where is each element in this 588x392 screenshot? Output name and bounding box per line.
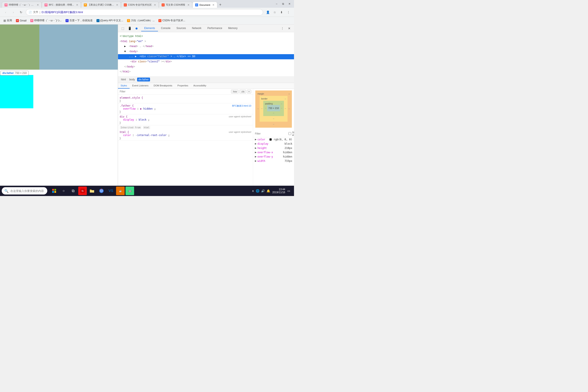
tab-performance[interactable]: Performance (204, 25, 225, 32)
tab-close-csdn1[interactable]: ✕ (154, 4, 156, 6)
tab-network[interactable]: Network (189, 25, 204, 32)
sub-tab-properties[interactable]: Properties (175, 83, 191, 88)
dom-line-html-close[interactable]: </html> (118, 70, 294, 74)
cortana-icon[interactable]: ○ (59, 186, 68, 195)
css-prop-display[interactable]: display : block ; (120, 118, 251, 121)
bookmark-bilibili[interactable]: 哔 哔哩哔哩（`・ω・´)つ... (28, 18, 63, 23)
tab-console[interactable]: Console (158, 25, 174, 32)
add-rule-btn[interactable]: + (247, 90, 251, 94)
tab-memory[interactable]: Memory (225, 25, 240, 32)
devtools-more-icon[interactable]: ⋮ (280, 25, 286, 32)
breadcrumb-html[interactable]: html (120, 78, 127, 82)
sub-tab-event-listeners[interactable]: Event Listeners (130, 83, 151, 88)
menu-icon[interactable]: ⋮ (286, 9, 292, 15)
bookmark-gmail[interactable]: M Gmail (14, 18, 28, 23)
body-triangle[interactable]: ▼ (124, 50, 127, 54)
tray-network-icon[interactable]: 🌐 (255, 189, 260, 193)
father-triangle[interactable]: ▶ (135, 54, 138, 59)
tab-bfc[interactable]: 哔 BFC - 搜索结果 - 哔哩... ✕ (42, 2, 81, 8)
tab-close-csdn2[interactable]: ✕ (188, 4, 190, 6)
bookmark-jquery[interactable]: J jQuery API 中文文... (95, 18, 125, 23)
tab-sources[interactable]: Sources (174, 25, 189, 32)
star-icon[interactable]: ☆ (272, 9, 278, 15)
computed-color[interactable]: ▶ color rgb(0, 0, 0) (253, 137, 294, 142)
css-prop-color[interactable]: color : -internal-root-color ; (120, 134, 251, 137)
sub-tab-accessibility[interactable]: Accessibility (191, 83, 209, 88)
computed-filter-input[interactable] (255, 132, 287, 135)
computed-overflow-x[interactable]: ▶ overflow-x hidden (253, 150, 294, 154)
tab-close-guodong[interactable]: ✕ (116, 4, 118, 6)
url-bar[interactable]: 📄 文件 | D:/前端/BFC|问题/BFC触发3.html (26, 9, 263, 16)
taskbar-app-icon1[interactable]: N (78, 186, 87, 195)
color-expand-icon[interactable]: ▶ (255, 138, 256, 140)
dom-line-class2[interactable]: <div class="class2" ></div> (118, 59, 294, 64)
tray-volume-icon[interactable]: 🔊 (261, 189, 265, 193)
inspect-icon[interactable]: ⬚ (120, 25, 126, 32)
back-button[interactable]: ‹ (2, 9, 8, 15)
forward-button[interactable]: › (10, 9, 16, 15)
taskbar-clock[interactable]: 13:44 2019/11/16 (272, 188, 285, 194)
record-icon[interactable]: ⏺ (134, 25, 140, 32)
windows-icon[interactable] (50, 186, 58, 195)
computed-height[interactable]: ▶ height 210px (253, 146, 294, 150)
overflow-x-expand-icon[interactable]: ▶ (255, 151, 256, 154)
devtools-close-icon[interactable]: ✕ (286, 25, 292, 32)
taskbar-search-input[interactable] (10, 189, 45, 192)
computed-overflow-y[interactable]: ▶ overflow-y hidden (253, 154, 294, 159)
taskbar-android-icon[interactable]: 🤖 (126, 186, 134, 195)
cls-filter-btn[interactable]: .cls (240, 90, 246, 94)
styles-filter-input[interactable] (120, 90, 230, 93)
tab-csdn1[interactable]: C CSDN-专业IT技术社区 ✕ (121, 2, 159, 8)
bookmark-baidu[interactable]: 百 百度一下，你就知道 (64, 18, 94, 23)
sub-tab-dom-breakpoints[interactable]: DOM Breakpoints (151, 83, 175, 88)
tab-close-document[interactable]: ✕ (212, 4, 214, 6)
device-icon[interactable]: 📱 (126, 25, 132, 32)
height-expand-icon[interactable]: ▶ (255, 147, 256, 149)
minimize-button[interactable]: – (274, 1, 280, 7)
css-prop-overflow[interactable]: overflow : ▶ hidden ; (120, 107, 251, 110)
display-expand-icon[interactable]: ▶ (255, 142, 256, 145)
width-expand-icon[interactable]: ▶ (255, 160, 256, 162)
show-all-checkbox[interactable]: Show all (288, 131, 294, 136)
bookmark-csdn[interactable]: C CSDN-专业IT技术... (157, 18, 187, 23)
new-tab-button[interactable]: + (217, 2, 223, 8)
bookmark-leetcode[interactable]: 力 力扣（LeetCode）... (125, 18, 156, 23)
head-triangle[interactable]: ▶ (124, 44, 127, 49)
sub-tab-styles[interactable]: Styles (118, 83, 130, 88)
taskview-icon[interactable]: ⧉ (69, 186, 77, 195)
dom-line-father[interactable]: ... ▶ <div class="father" > … </div> == … (118, 54, 294, 59)
dom-line-body-close[interactable]: </body> (118, 64, 294, 70)
profile-icon[interactable]: 👤 (265, 9, 271, 15)
close-button[interactable]: ✕ (287, 1, 292, 7)
tab-close-bilibili[interactable]: ✕ (37, 4, 39, 6)
tab-csdn2[interactable]: C 写文章-CSDN博客 ✕ (159, 2, 192, 8)
dom-line-doctype[interactable]: <!doctype html> (118, 34, 294, 39)
tab-close-bfc[interactable]: ✕ (76, 4, 78, 6)
taskbar-folder-icon[interactable] (88, 186, 96, 195)
taskbar-vscode-icon[interactable]: VS (106, 186, 115, 195)
show-all-check-input[interactable] (288, 132, 291, 135)
hov-filter-btn[interactable]: :hov (231, 90, 238, 94)
show-desktop-icon[interactable]: ▭ (287, 189, 290, 193)
taskbar-search[interactable]: 🔍 (2, 187, 47, 194)
dom-line-head[interactable]: ▶ <head> … </head> (118, 44, 294, 49)
tab-elements[interactable]: Elements (141, 25, 158, 32)
breadcrumb-divfather[interactable]: div.father (137, 78, 150, 82)
father-source[interactable]: BFC触发3.html:10 (232, 104, 251, 108)
tray-notification-icon[interactable]: 🔔 (266, 189, 270, 193)
tray-up-icon[interactable]: ∧ (252, 189, 254, 193)
tab-bilibili[interactable]: 哔 哔哩哔哩（`・ω・´）ロ... ✕ (2, 2, 42, 8)
taskbar-chrome-icon[interactable] (97, 186, 106, 195)
dom-line-body[interactable]: ▼ <body> (118, 49, 294, 54)
taskbar-java-icon[interactable]: ☕ (116, 186, 125, 195)
tab-guodong[interactable]: 果 【果冻公开课】CSS教... ✕ (81, 2, 121, 8)
overflow-y-expand-icon[interactable]: ▶ (255, 156, 256, 158)
bookmark-apps[interactable]: ⊞ 应用 (2, 18, 14, 23)
download-icon[interactable]: ⬇ (278, 9, 284, 15)
tab-document[interactable]: D Document ✕ (192, 2, 217, 8)
breadcrumb-body[interactable]: body (128, 78, 136, 82)
computed-display[interactable]: ▶ display block (253, 142, 294, 146)
computed-width[interactable]: ▶ width 733px (253, 159, 294, 163)
restore-button[interactable]: ⧉ (280, 1, 286, 7)
reload-button[interactable]: ↻ (18, 9, 24, 15)
